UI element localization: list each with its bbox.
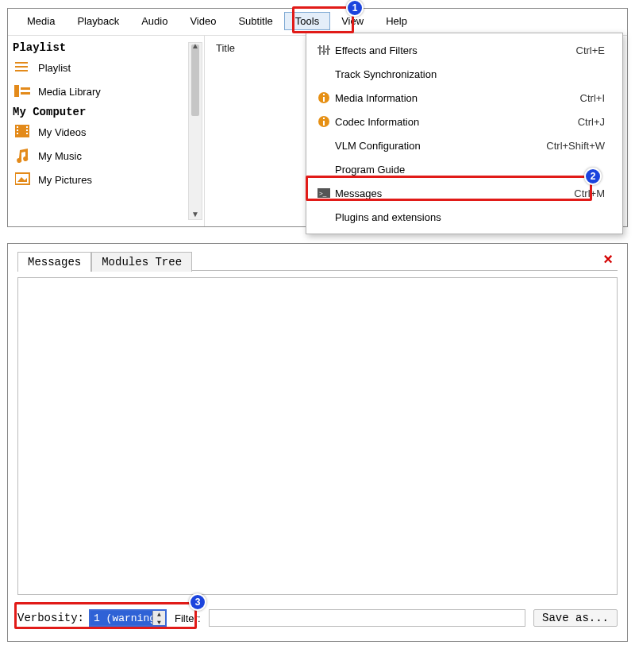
menu-item-shortcut: Ctrl+I	[580, 92, 605, 104]
info-icon	[313, 92, 335, 103]
music-icon	[14, 148, 32, 164]
tools-dropdown: Effects and Filters Ctrl+E Track Synchro…	[306, 33, 623, 234]
sidebar: Playlist Playlist Media Library My Compu…	[8, 36, 205, 226]
menu-program-guide[interactable]: Program Guide	[306, 157, 622, 181]
sidebar-item-label: My Music	[38, 150, 82, 162]
callout-badge-1: 1	[346, 0, 364, 17]
menu-audio[interactable]: Audio	[130, 12, 179, 30]
menu-item-shortcut: Ctrl+Shift+W	[546, 140, 605, 152]
info-icon	[313, 116, 335, 127]
dialog-tabs: Messages Modules Tree ×	[17, 250, 618, 271]
svg-rect-23	[323, 94, 325, 95]
sidebar-scrollbar[interactable]: ▲ ▼	[188, 42, 202, 220]
menu-help[interactable]: Help	[375, 12, 418, 30]
svg-rect-26	[323, 118, 325, 119]
list-icon	[14, 60, 32, 75]
sidebar-item-label: Media Library	[38, 86, 101, 98]
menu-media[interactable]: Media	[16, 12, 66, 30]
menu-item-shortcut: Ctrl+J	[578, 116, 605, 128]
sidebar-item-media-library[interactable]: Media Library	[13, 79, 202, 103]
menu-item-label: Messages	[335, 187, 574, 199]
svg-rect-9	[17, 133, 18, 134]
svg-rect-4	[21, 87, 30, 90]
svg-rect-5	[21, 92, 30, 95]
sidebar-header-computer: My Computer	[13, 103, 202, 120]
menu-track-sync[interactable]: Track Synchronization	[306, 62, 622, 86]
svg-rect-16	[323, 45, 325, 55]
menu-item-shortcut: Ctrl+M	[574, 187, 605, 199]
svg-rect-20	[325, 48, 330, 50]
svg-rect-12	[26, 133, 28, 134]
menu-codec-information[interactable]: Codec Information Ctrl+J	[306, 110, 622, 133]
menu-item-label: VLM Configuration	[335, 140, 546, 152]
messages-log-area[interactable]	[17, 277, 618, 595]
verbosity-control: Verbosity: 1 (warnings ▲ ▼	[17, 609, 167, 627]
svg-rect-22	[323, 97, 325, 102]
menu-item-label: Plugins and extensions	[335, 211, 605, 223]
menu-subtitle[interactable]: Subtitle	[227, 12, 283, 30]
sidebar-item-label: My Videos	[38, 126, 86, 138]
filter-label: Filter:	[175, 612, 201, 624]
svg-rect-8	[17, 129, 18, 131]
menubar: Media Playback Audio Video Subtitle Tool…	[8, 9, 627, 36]
console-icon: >_	[313, 188, 335, 198]
menu-effects-filters[interactable]: Effects and Filters Ctrl+E	[306, 38, 622, 62]
svg-rect-15	[319, 45, 321, 55]
svg-rect-1	[15, 66, 28, 68]
callout-badge-2: 2	[584, 168, 602, 185]
chevron-up-icon[interactable]: ▲	[153, 611, 165, 619]
menu-playback[interactable]: Playback	[66, 12, 130, 30]
sidebar-item-videos[interactable]: My Videos	[13, 120, 202, 144]
svg-rect-19	[321, 51, 326, 52]
svg-rect-11	[26, 129, 28, 131]
menu-item-shortcut: Ctrl+E	[576, 44, 605, 56]
menu-messages[interactable]: >_ Messages Ctrl+M	[306, 181, 622, 205]
svg-rect-0	[15, 62, 28, 64]
menu-item-label: Codec Information	[335, 116, 578, 128]
svg-rect-18	[318, 47, 322, 48]
sidebar-item-playlist[interactable]: Playlist	[13, 56, 202, 79]
menu-plugins-extensions[interactable]: Plugins and extensions	[306, 205, 622, 229]
menu-item-label: Media Information	[335, 92, 580, 104]
verbosity-value: 1 (warnings	[94, 612, 162, 624]
tab-messages[interactable]: Messages	[17, 252, 91, 272]
svg-rect-3	[14, 85, 19, 97]
sidebar-item-music[interactable]: My Music	[13, 144, 202, 168]
svg-rect-7	[17, 126, 18, 128]
sidebar-header-playlist: Playlist	[13, 39, 202, 56]
menu-vlm-config[interactable]: VLM Configuration Ctrl+Shift+W	[306, 133, 622, 157]
sidebar-item-label: Playlist	[38, 62, 71, 74]
menu-media-information[interactable]: Media Information Ctrl+I	[306, 86, 622, 110]
chevron-up-icon[interactable]: ▲	[189, 41, 202, 52]
verbosity-label: Verbosity:	[17, 612, 84, 624]
svg-text:>_: >_	[319, 190, 327, 197]
close-icon[interactable]: ×	[603, 250, 613, 268]
menu-item-label: Effects and Filters	[335, 44, 576, 56]
svg-marker-14	[17, 177, 27, 182]
filter-input[interactable]	[209, 609, 525, 627]
svg-rect-25	[323, 121, 325, 126]
film-icon	[14, 124, 32, 140]
picture-icon	[14, 172, 32, 187]
sliders-icon	[313, 44, 335, 56]
svg-rect-10	[26, 126, 28, 128]
sidebar-item-label: My Pictures	[38, 174, 92, 186]
verbosity-spinbox[interactable]: 1 (warnings ▲ ▼	[89, 609, 167, 627]
chevron-down-icon[interactable]: ▼	[189, 210, 202, 221]
spin-buttons[interactable]: ▲ ▼	[152, 611, 165, 625]
chevron-down-icon[interactable]: ▼	[153, 619, 165, 627]
menu-item-label: Track Synchronization	[335, 68, 605, 80]
menu-item-label: Program Guide	[335, 164, 605, 176]
save-as-button[interactable]: Save as...	[533, 609, 618, 627]
callout-badge-3: 3	[189, 593, 206, 611]
menu-video[interactable]: Video	[179, 12, 227, 30]
tab-modules-tree[interactable]: Modules Tree	[91, 252, 192, 272]
sidebar-item-pictures[interactable]: My Pictures	[13, 168, 202, 191]
library-icon	[14, 83, 32, 99]
svg-rect-2	[15, 70, 28, 71]
menu-tools[interactable]: Tools	[284, 12, 330, 30]
